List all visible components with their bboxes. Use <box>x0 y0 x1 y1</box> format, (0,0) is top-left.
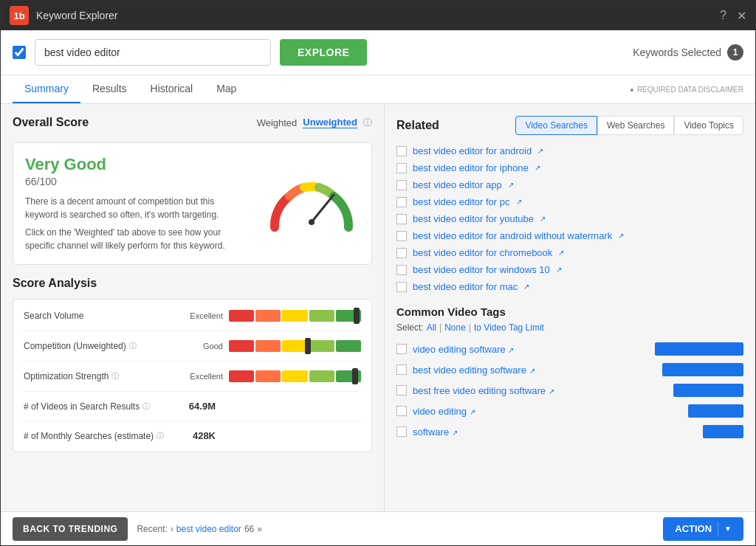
list-item[interactable]: best video editor app ↗ <box>396 176 743 193</box>
keyword-checkbox-3[interactable] <box>396 180 407 190</box>
tag-label-2: best video editing software ↗ <box>413 364 656 376</box>
external-link-icon-4[interactable]: ↗ <box>516 198 522 206</box>
competition-info-icon[interactable]: ⓘ <box>129 341 137 351</box>
tab-map[interactable]: Map <box>205 75 248 103</box>
tags-sep-2: | <box>469 322 471 333</box>
recent-keyword-link[interactable]: best video editor <box>176 524 241 534</box>
explore-button[interactable]: EXPLORE <box>280 39 367 66</box>
search-bar: EXPLORE Keywords Selected 1 <box>1 30 755 75</box>
action-dropdown-icon[interactable]: ▼ <box>724 525 732 533</box>
tag-label-4: video editing ↗ <box>413 406 682 417</box>
monthly-info-icon[interactable]: ⓘ <box>157 431 164 441</box>
list-item[interactable]: best video editor for iphone ↗ <box>396 159 743 176</box>
tag-item-1[interactable]: video editing software ↗ <box>396 339 743 359</box>
tab-results[interactable]: Results <box>80 75 139 103</box>
tag-bar-4 <box>688 404 743 418</box>
bar-yellow-3 <box>282 370 307 382</box>
action-divider <box>718 522 718 536</box>
bar-orange-3 <box>255 370 281 382</box>
required-disclaimer: ● REQUIRED DATA DISCLAIMER <box>630 86 743 94</box>
keyword-checkbox-9[interactable] <box>396 282 407 292</box>
tags-select-all[interactable]: All <box>427 322 436 333</box>
action-button[interactable]: ACTION ▼ <box>663 517 743 541</box>
tag-item-3[interactable]: best free video editing software ↗ <box>396 380 743 401</box>
help-icon[interactable]: ? <box>720 9 726 22</box>
tab-summary[interactable]: Summary <box>13 75 80 103</box>
keyword-checkbox-7[interactable] <box>396 248 407 258</box>
score-analysis-title: Score Analysis <box>13 277 372 290</box>
related-title: Related <box>396 119 515 132</box>
bar-marker-2 <box>305 338 311 354</box>
optimization-info-icon[interactable]: ⓘ <box>111 371 119 381</box>
score-desc-2: Click on the 'Weighted' tab above to see… <box>25 226 249 252</box>
external-link-icon-7[interactable]: ↗ <box>558 249 564 257</box>
bar-lightgreen <box>309 310 334 322</box>
external-link-icon-9[interactable]: ↗ <box>523 283 529 291</box>
list-item[interactable]: best video editor for chromebook ↗ <box>396 244 743 261</box>
related-tabs: Video Searches Web Searches Video Topics <box>515 116 743 135</box>
keyword-checkbox-2[interactable] <box>396 163 407 173</box>
related-header: Related Video Searches Web Searches Vide… <box>396 116 743 135</box>
videos-label: # of Videos in Search Results ⓘ <box>24 401 171 412</box>
keyword-checkbox-4[interactable] <box>396 197 407 207</box>
tag-checkbox-4[interactable] <box>396 406 407 416</box>
optimization-rating: Excellent <box>171 372 223 381</box>
score-content: Very Good 66/100 There is a decent amoun… <box>25 155 360 252</box>
tag-checkbox-1[interactable] <box>396 344 407 354</box>
keyword-checkbox-1[interactable] <box>396 146 407 156</box>
tag-item-2[interactable]: best video editing software ↗ <box>396 359 743 380</box>
tab-historical[interactable]: Historical <box>139 75 205 103</box>
tag-item-4[interactable]: video editing ↗ <box>396 401 743 421</box>
keyword-text-3: best video editor app <box>413 179 502 190</box>
back-to-trending-button[interactable]: BACK TO TRENDING <box>13 517 128 541</box>
keyword-text-5: best video editor for youtube <box>413 213 534 224</box>
external-link-icon-2[interactable]: ↗ <box>535 164 540 172</box>
external-link-icon-3[interactable]: ↗ <box>508 181 514 189</box>
title-bar-icons: ? ✕ <box>720 9 746 23</box>
tags-sep-1: | <box>439 322 441 333</box>
external-link-icon-1[interactable]: ↗ <box>537 147 543 155</box>
tags-select-none[interactable]: None <box>444 322 466 333</box>
search-input[interactable] <box>35 39 271 66</box>
list-item[interactable]: best video editor for windows 10 ↗ <box>396 261 743 278</box>
overall-score-title: Overall Score <box>13 116 89 129</box>
tag-label-3: best free video editing software ↗ <box>413 385 667 396</box>
left-panel: Overall Score Weighted Unweighted ⓘ Very… <box>1 104 385 511</box>
external-link-icon-6[interactable]: ↗ <box>618 232 624 240</box>
monthly-label: # of Monthly Searches (estimate) ⓘ <box>24 431 171 441</box>
list-item[interactable]: best video editor for android ↗ <box>396 142 743 159</box>
keyword-checkbox-6[interactable] <box>396 231 407 241</box>
tag-item-5[interactable]: software ↗ <box>396 421 743 442</box>
videos-info-icon[interactable]: ⓘ <box>142 401 150 412</box>
list-item[interactable]: best video editor for youtube ↗ <box>396 210 743 227</box>
related-tab-video-searches[interactable]: Video Searches <box>515 116 597 135</box>
svg-point-1 <box>309 219 315 225</box>
common-video-tags-section: Common Video Tags Select: All | None | t… <box>396 305 743 442</box>
recent-bar: Recent: › best video editor 66 » <box>137 524 261 534</box>
search-checkbox[interactable] <box>13 46 26 59</box>
tag-checkbox-5[interactable] <box>396 426 407 437</box>
list-item[interactable]: best video editor for pc ↗ <box>396 193 743 210</box>
weighted-toggle[interactable]: Weighted <box>257 117 298 128</box>
list-item[interactable]: best video editor for android without wa… <box>396 227 743 244</box>
keyword-checkbox-5[interactable] <box>396 214 407 224</box>
search-volume-label: Search Volume <box>24 311 171 321</box>
tag-checkbox-3[interactable] <box>396 385 407 395</box>
external-link-icon-8[interactable]: ↗ <box>556 266 562 274</box>
bar-lightgreen-2 <box>309 340 334 352</box>
close-icon[interactable]: ✕ <box>737 9 746 23</box>
related-tab-video-topics[interactable]: Video Topics <box>674 116 743 135</box>
score-info-icon[interactable]: ⓘ <box>363 117 372 129</box>
competition-bar <box>229 340 361 352</box>
search-volume-rating: Excellent <box>171 311 223 320</box>
tag-checkbox-2[interactable] <box>396 364 407 375</box>
external-link-icon-5[interactable]: ↗ <box>540 215 546 223</box>
score-number: 66/100 <box>25 176 249 187</box>
tag-bar-2 <box>662 363 743 376</box>
unweighted-toggle[interactable]: Unweighted <box>303 117 357 128</box>
related-tab-web-searches[interactable]: Web Searches <box>597 116 675 135</box>
list-item[interactable]: best video editor for mac ↗ <box>396 278 743 295</box>
keyword-checkbox-8[interactable] <box>396 265 407 275</box>
recent-count: 66 <box>244 524 254 534</box>
tags-select-limit[interactable]: to Video Tag Limit <box>474 322 544 333</box>
